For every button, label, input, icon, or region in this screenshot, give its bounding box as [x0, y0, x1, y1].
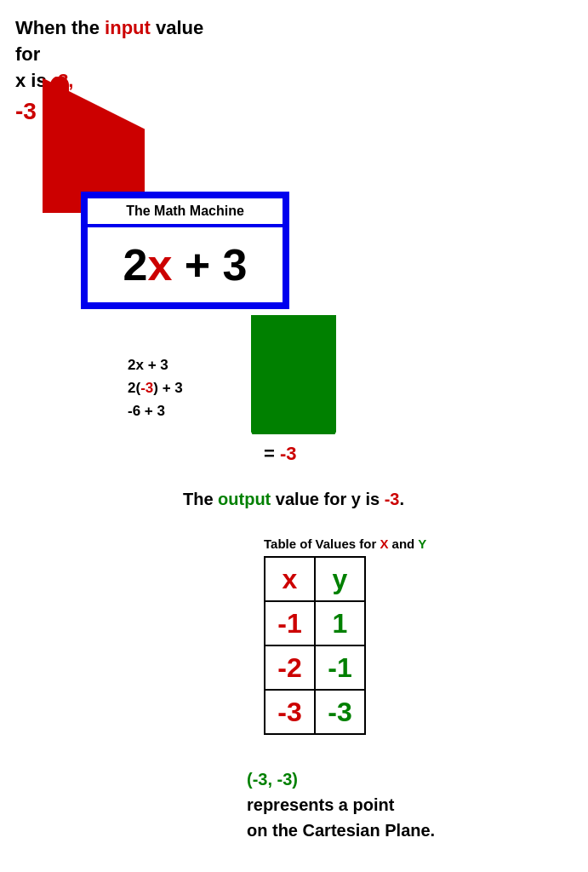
step-line3: -6 + 3 — [128, 399, 183, 422]
table-y-label: Y — [418, 536, 426, 551]
table-cell-x: -3 — [265, 690, 315, 734]
result-display: = -3 — [264, 443, 297, 465]
input-word: input — [105, 17, 151, 38]
table-row: -11 — [265, 601, 365, 645]
output-word: output — [218, 490, 271, 508]
table-x-label: X — [380, 536, 388, 551]
table-section: Table of Values for X and Y x y -11-2-1-… — [264, 536, 426, 735]
result-value: -3 — [280, 443, 297, 464]
table-row: -3-3 — [265, 690, 365, 734]
output-middle: value for y is — [271, 490, 384, 508]
table-title: Table of Values for X and Y — [264, 536, 426, 551]
green-arrow — [251, 315, 336, 434]
table-cell-x: -1 — [265, 601, 315, 645]
intro-line2: for — [15, 43, 40, 65]
formula-suffix: + 3 — [172, 240, 247, 290]
intro-line1: When the input value — [15, 17, 203, 38]
step-line2: 2(-3) + 3 — [128, 376, 183, 399]
table-cell-x: -2 — [265, 645, 315, 690]
step-x-value: -3 — [140, 380, 153, 396]
machine-title: The Math Machine — [88, 198, 283, 224]
cartesian-line2: represents a point — [247, 792, 435, 818]
table-and: and — [388, 536, 418, 551]
output-prefix: The — [183, 490, 218, 508]
math-machine: The Math Machine 2x + 3 — [81, 192, 289, 309]
calculation-steps: 2x + 3 2(-3) + 3 -6 + 3 — [128, 353, 183, 423]
output-sentence: The output value for y is -3. — [81, 490, 506, 509]
input-value-label: -3 — [15, 98, 37, 125]
output-value: -3 — [385, 490, 400, 508]
cartesian-point: (-3, -3) represents a point on the Carte… — [247, 766, 435, 843]
table-header-y: y — [315, 557, 365, 601]
equals-sign: = — [264, 443, 280, 464]
machine-formula: 2x + 3 — [88, 227, 283, 302]
table-cell-y: -3 — [315, 690, 365, 734]
output-suffix: . — [399, 490, 404, 508]
table-title-prefix: Table of Values for — [264, 536, 380, 551]
table-row: -2-1 — [265, 645, 365, 690]
table-cell-y: -1 — [315, 645, 365, 690]
values-table: x y -11-2-1-3-3 — [264, 556, 366, 735]
step-line1: 2x + 3 — [128, 353, 183, 376]
formula-x: x — [147, 240, 172, 290]
formula-prefix: 2 — [123, 240, 147, 290]
table-header-x: x — [265, 557, 315, 601]
table-cell-y: 1 — [315, 601, 365, 645]
cartesian-coords: (-3, -3) — [247, 770, 298, 789]
cartesian-line3: on the Cartesian Plane. — [247, 818, 435, 843]
